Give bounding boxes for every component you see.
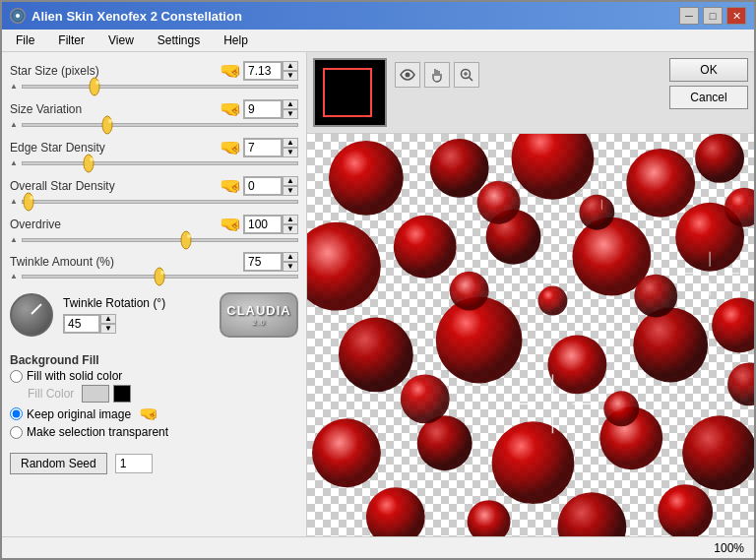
size-variation-arrow: ▲ [10, 120, 18, 129]
twinkle-rotation-group: Twinkle Rotation (°) ▲ ▼ [63, 296, 165, 334]
keep-original-row: Keep original image 🤜 [10, 404, 298, 423]
svg-point-10 [626, 149, 695, 218]
fill-color-row: Fill Color [28, 385, 298, 403]
fill-solid-row: Fill with solid color [10, 369, 298, 383]
twinkle-rotation-up[interactable]: ▲ [100, 314, 116, 324]
status-bar: 100% [2, 536, 754, 558]
menu-filter[interactable]: Filter [52, 31, 91, 49]
svg-point-12 [307, 222, 381, 311]
logo-text: CLAUDIA [226, 303, 291, 318]
edge-density-slider[interactable] [22, 161, 298, 165]
svg-point-24 [492, 421, 575, 504]
svg-point-29 [557, 492, 626, 536]
twinkle-rotation-input[interactable] [64, 315, 99, 333]
maximize-button[interactable]: □ [703, 7, 723, 25]
overall-density-slider[interactable] [22, 200, 298, 204]
overdrive-slider[interactable] [22, 238, 298, 242]
make-transparent-label[interactable]: Make selection transparent [27, 425, 168, 439]
preview-tools [395, 58, 479, 88]
svg-point-11 [695, 134, 744, 183]
svg-point-28 [468, 500, 511, 536]
gems-preview [307, 134, 754, 536]
preview-image[interactable] [307, 134, 754, 536]
svg-point-8 [430, 139, 489, 198]
zoom-tool-button[interactable] [454, 62, 479, 88]
close-button[interactable]: ✕ [726, 7, 746, 25]
preview-inner [323, 68, 372, 117]
eye-tool-button[interactable] [395, 62, 420, 88]
star-size-slider[interactable] [22, 85, 298, 89]
bg-fill-section: Background Fill Fill with solid color Fi… [10, 347, 298, 441]
make-transparent-row: Make selection transparent [10, 425, 298, 439]
twinkle-rotation-row: Twinkle Rotation (°) ▲ ▼ CLAUDIA 2.0 [10, 292, 298, 338]
svg-point-17 [339, 318, 413, 393]
overdrive-arrow: ▲ [10, 235, 18, 244]
svg-point-19 [547, 336, 606, 395]
menu-bar: File Filter View Settings Help [2, 30, 754, 52]
star-size-up[interactable]: ▲ [283, 61, 298, 71]
fill-color-label: Fill Color [28, 387, 74, 401]
svg-point-7 [329, 141, 404, 216]
overall-density-row: Overall Star Density 🤜 ▲ ▼ ▲ [10, 175, 298, 206]
star-size-row: Star Size (pixels) 🤜 ▲ ▼ ▲ [10, 60, 298, 91]
svg-point-23 [417, 415, 472, 470]
svg-point-22 [312, 418, 381, 487]
hand-tool-button[interactable] [424, 62, 450, 88]
svg-point-20 [633, 308, 708, 383]
left-panel: Star Size (pixels) 🤜 ▲ ▼ ▲ [2, 52, 307, 536]
main-window: Alien Skin Xenofex 2 Constellation ─ □ ✕… [0, 0, 756, 560]
content-area: Star Size (pixels) 🤜 ▲ ▼ ▲ [2, 52, 754, 536]
fill-solid-radio[interactable] [10, 370, 23, 383]
twinkle-dial[interactable] [10, 293, 53, 337]
size-variation-slider[interactable] [22, 123, 298, 127]
bg-fill-label: Background Fill [10, 353, 298, 367]
svg-point-26 [682, 415, 754, 490]
svg-point-27 [366, 487, 425, 536]
edge-density-up[interactable]: ▲ [283, 138, 298, 148]
random-seed-row: Random Seed [10, 453, 298, 474]
svg-point-2 [406, 73, 410, 78]
twinkle-rotation-down[interactable]: ▼ [100, 324, 116, 334]
twinkle-amount-up[interactable]: ▲ [283, 252, 298, 262]
twinkle-rotation-label: Twinkle Rotation (°) [63, 296, 165, 310]
svg-point-38 [603, 391, 639, 426]
random-seed-input[interactable] [115, 454, 153, 473]
dial-indicator [31, 303, 41, 314]
svg-point-34 [450, 272, 489, 311]
svg-point-35 [537, 286, 567, 316]
menu-file[interactable]: File [10, 31, 40, 49]
ok-cancel-buttons: OK Cancel [669, 58, 748, 109]
overdrive-row: Overdrive 🤜 ▲ ▼ ▲ [10, 214, 298, 244]
logo-sub: 2.0 [252, 318, 266, 327]
fill-solid-label[interactable]: Fill with solid color [27, 369, 122, 383]
cancel-button[interactable]: Cancel [669, 86, 748, 109]
keep-original-hand-icon: 🤜 [139, 404, 158, 423]
size-variation-up[interactable]: ▲ [283, 99, 298, 109]
random-seed-button[interactable]: Random Seed [10, 453, 107, 474]
svg-line-4 [470, 78, 473, 82]
twinkle-amount-slider[interactable] [22, 275, 298, 279]
svg-point-9 [512, 134, 595, 200]
svg-point-32 [579, 195, 614, 230]
overall-density-arrow: ▲ [10, 197, 18, 206]
overall-density-up[interactable]: ▲ [283, 176, 298, 186]
menu-view[interactable]: View [102, 31, 140, 49]
menu-help[interactable]: Help [218, 31, 254, 49]
fill-color-swatch[interactable] [82, 385, 109, 403]
menu-settings[interactable]: Settings [152, 31, 206, 49]
svg-point-39 [727, 362, 754, 405]
fill-color-swatch-dark[interactable] [113, 385, 131, 403]
svg-point-1 [16, 14, 20, 18]
keep-original-label[interactable]: Keep original image [27, 407, 131, 421]
keep-original-radio[interactable] [10, 407, 23, 420]
minimize-button[interactable]: ─ [679, 7, 699, 25]
ok-button[interactable]: OK [669, 58, 748, 82]
edge-density-row: Edge Star Density 🤜 ▲ ▼ ▲ [10, 137, 298, 167]
twinkle-rotation-spinbox [63, 314, 100, 334]
svg-point-13 [394, 216, 457, 279]
overdrive-up[interactable]: ▲ [283, 215, 298, 224]
right-top: OK Cancel [307, 52, 754, 134]
svg-point-37 [401, 374, 450, 423]
right-panel: OK Cancel [307, 52, 754, 536]
make-transparent-radio[interactable] [10, 426, 23, 439]
